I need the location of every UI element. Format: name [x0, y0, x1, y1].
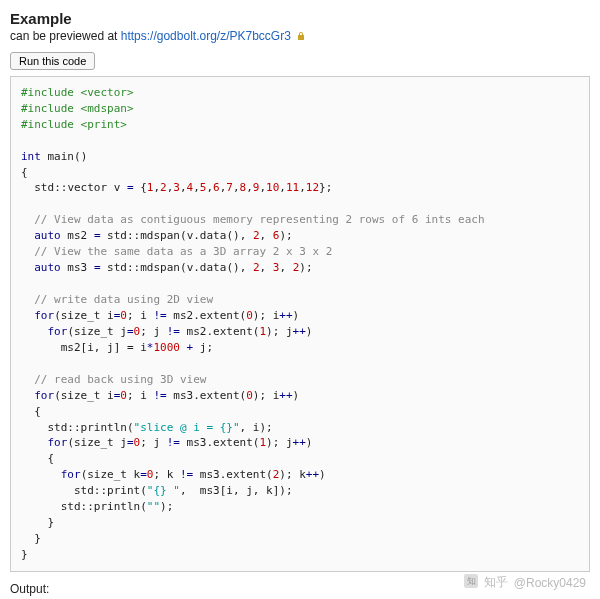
semi: ; — [127, 389, 134, 402]
kw-for: for — [34, 309, 54, 322]
op: ++ — [293, 325, 306, 338]
paren: ) — [233, 229, 240, 242]
paren: ) — [279, 484, 286, 497]
string: "{} " — [147, 484, 180, 497]
op: = — [127, 436, 134, 449]
paren: ( — [127, 421, 134, 434]
semi: ; — [286, 468, 293, 481]
zhihu-icon: 知 — [464, 574, 478, 591]
num: 0 — [246, 389, 253, 402]
op: ++ — [293, 436, 306, 449]
num: 12 — [306, 181, 319, 194]
paren: ) — [81, 150, 88, 163]
code-text: , — [260, 229, 273, 242]
semi: ; — [286, 484, 293, 497]
paren: ( — [226, 229, 233, 242]
code-text: size_t j — [74, 325, 127, 338]
semi: ; — [127, 309, 134, 322]
op: = — [94, 261, 101, 274]
code-text: k — [293, 468, 306, 481]
num: 1000 — [153, 341, 180, 354]
paren: ) — [279, 229, 286, 242]
code-text: mdspan — [140, 229, 180, 242]
code-text: size_t j — [74, 436, 127, 449]
kw-auto: auto — [34, 229, 61, 242]
code-text: :: — [67, 421, 80, 434]
paren: ( — [140, 500, 147, 513]
code-text: , i — [240, 421, 260, 434]
op: != — [167, 325, 180, 338]
op: = — [140, 468, 147, 481]
num: 2 — [160, 181, 167, 194]
string: "slice @ i = {}" — [134, 421, 240, 434]
comma: , — [279, 181, 286, 194]
semi: ; — [266, 421, 273, 434]
semi: ; — [206, 341, 213, 354]
code-text: ms2.extent — [180, 325, 253, 338]
code-text: std — [101, 261, 128, 274]
paren: ) — [279, 468, 286, 481]
brace: } — [34, 532, 41, 545]
code-text: ms2 — [21, 341, 81, 354]
semi: ; — [286, 229, 293, 242]
code-text: size_t i — [61, 389, 114, 402]
brace: }; — [319, 181, 332, 194]
comma: , — [233, 181, 240, 194]
paren: ) — [306, 436, 313, 449]
brace: { — [134, 181, 147, 194]
code-text: :: — [94, 484, 107, 497]
op: != — [153, 389, 166, 402]
op: = — [127, 325, 134, 338]
code-block: #include <vector> #include <mdspan> #inc… — [10, 76, 590, 572]
code-text: mdspan — [140, 261, 180, 274]
code-text: ms3.extent — [167, 389, 240, 402]
comment: // View the same data as a 3D array 2 x … — [21, 245, 332, 258]
code-text: = — [120, 341, 140, 354]
svg-text:知: 知 — [466, 576, 475, 586]
paren: ( — [67, 325, 74, 338]
paren: ( — [140, 484, 147, 497]
code-text: i, j — [87, 341, 114, 354]
num: 10 — [266, 181, 279, 194]
string: "" — [147, 500, 160, 513]
kw-for: for — [48, 325, 68, 338]
num: 2 — [253, 229, 260, 242]
kw-auto: auto — [34, 261, 61, 274]
num: 6 — [213, 181, 220, 194]
paren: ( — [74, 150, 81, 163]
paren: ) — [266, 436, 273, 449]
code-text: , — [279, 261, 292, 274]
kw-int: int — [21, 150, 41, 163]
preview-link[interactable]: https://godbolt.org/z/PK7bccGr3 — [121, 29, 291, 43]
paren: ) — [299, 261, 306, 274]
watermark-user: @Rocky0429 — [514, 576, 586, 590]
brace: { — [21, 166, 28, 179]
semi: ; — [153, 468, 160, 481]
paren: ( — [54, 309, 61, 322]
code-text: i — [134, 389, 154, 402]
brace: } — [48, 516, 55, 529]
op: != — [167, 436, 180, 449]
code-text: std — [21, 181, 54, 194]
num: 0 — [120, 309, 127, 322]
run-code-button[interactable]: Run this code — [10, 52, 95, 70]
op: != — [180, 468, 193, 481]
code-text: ms2 — [61, 229, 94, 242]
comma: , — [193, 181, 200, 194]
code-text: std — [101, 229, 128, 242]
code-text: , — [240, 229, 253, 242]
code-text: , — [240, 261, 253, 274]
code-text: i — [266, 309, 279, 322]
watermark-site: 知乎 — [484, 574, 508, 591]
code-text: println — [94, 500, 140, 513]
paren: ( — [180, 261, 187, 274]
num: 3 — [173, 181, 180, 194]
paren: ( — [266, 468, 273, 481]
brace: } — [21, 548, 28, 561]
kw-for: for — [61, 468, 81, 481]
paren: ) — [293, 389, 300, 402]
code-text: v.data — [187, 261, 227, 274]
code-text: ms3.extent — [193, 468, 266, 481]
code-text: println — [81, 421, 127, 434]
include-line: #include <vector> — [21, 86, 134, 99]
